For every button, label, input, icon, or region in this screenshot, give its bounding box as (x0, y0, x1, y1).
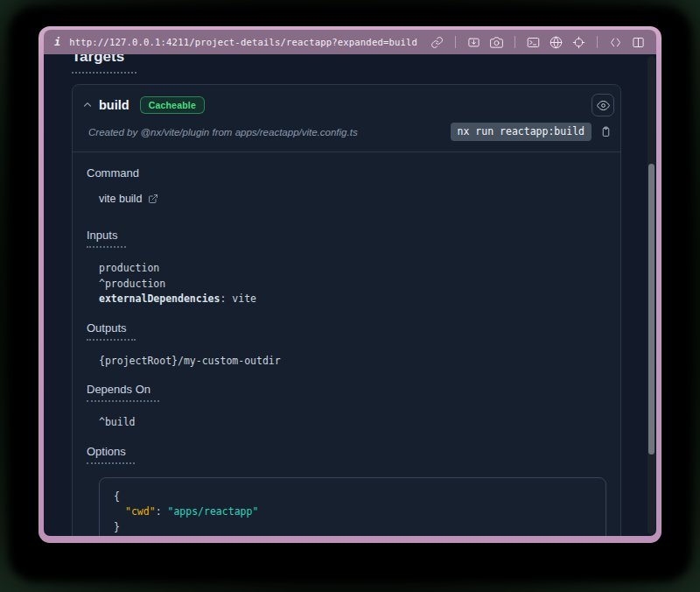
info-icon: i (54, 36, 60, 48)
toolbar-divider (597, 36, 598, 48)
columns-icon[interactable] (631, 35, 646, 50)
inputs-section-heading: Inputs (87, 229, 126, 248)
terminal-icon[interactable] (526, 35, 541, 50)
crosshair-icon[interactable] (571, 35, 586, 50)
options-json-block: { "cwd": "apps/reactapp" } (99, 477, 606, 537)
page-title: Targets (72, 54, 136, 74)
camera-icon[interactable] (489, 35, 504, 50)
depends-on-section-heading: Depends On (87, 383, 159, 402)
command-section-heading: Command (87, 166, 606, 180)
inputs-list: production ^production externalDependenc… (99, 261, 606, 307)
depends-on-item: ^build (99, 415, 606, 431)
output-item: {projectRoot}/my-custom-outdir (99, 354, 606, 370)
depends-on-list: ^build (99, 415, 606, 431)
run-command-chip: nx run reactapp:build (451, 123, 592, 141)
json-separator: : (156, 505, 168, 518)
browser-toolbar: i (44, 30, 656, 54)
command-link[interactable]: vite build (99, 193, 158, 205)
outputs-section-heading: Outputs (87, 321, 136, 341)
eye-button[interactable] (592, 94, 614, 116)
link-icon[interactable] (430, 35, 444, 50)
scrollbar-thumb[interactable] (648, 164, 654, 455)
address-bar[interactable] (69, 37, 430, 47)
input-dep-key: externalDependencies (99, 292, 220, 305)
chevron-up-icon[interactable] (81, 99, 94, 111)
external-link-icon (148, 194, 158, 204)
code-icon[interactable] (608, 35, 623, 50)
toolbar-divider (514, 36, 515, 48)
input-dep-value: : vite (220, 292, 256, 305)
outputs-list: {projectRoot}/my-custom-outdir (99, 354, 606, 370)
copy-icon[interactable] (598, 124, 612, 140)
json-key: "cwd" (125, 505, 156, 518)
json-close-brace: } (114, 520, 592, 536)
toolbar-divider (455, 36, 456, 48)
toolbar-actions (430, 35, 646, 50)
command-value: vite build (99, 193, 142, 205)
created-by-text: Created by @nx/vite/plugin from apps/rea… (88, 127, 358, 137)
input-item: production (99, 261, 606, 277)
target-card-build: build Cacheable Created by @nx/vite/plug… (72, 84, 621, 536)
build-card-body: Command vite build Inputs production ^pr… (73, 152, 620, 536)
input-item: externalDependencies: vite (99, 292, 606, 307)
json-value: "apps/reactapp" (167, 505, 258, 518)
json-property-line: "cwd": "apps/reactapp" (114, 504, 592, 520)
build-card-description-row: Created by @nx/vite/plugin from apps/rea… (73, 120, 620, 152)
page-content: Targets build Cacheable Created by @nx/v… (44, 54, 656, 536)
cacheable-badge: Cacheable (140, 96, 205, 114)
options-section-heading: Options (87, 445, 135, 464)
build-card-header[interactable]: build Cacheable (73, 85, 620, 120)
globe-icon[interactable] (549, 35, 564, 50)
json-open-brace: { (114, 490, 592, 505)
browser-window: i (38, 26, 662, 543)
input-item: ^production (99, 277, 606, 292)
import-icon[interactable] (466, 35, 481, 50)
target-name: build (99, 98, 130, 112)
